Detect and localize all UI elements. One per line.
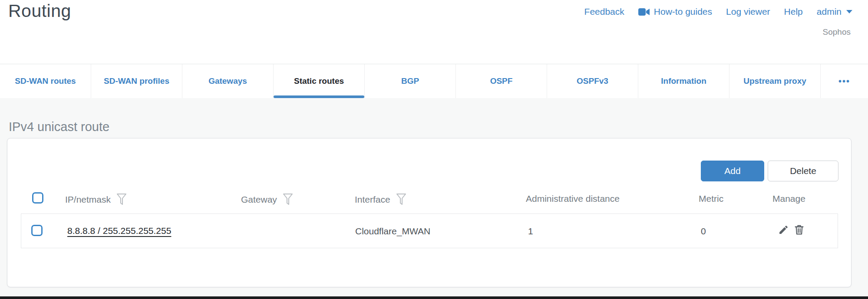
section-title: IPv4 unicast route xyxy=(9,120,109,134)
brand-label: Sophos xyxy=(823,27,851,37)
routing-page: Routing Feedback How-to guides Log viewe… xyxy=(0,0,868,299)
ip-netmask-header-label: IP/netmask xyxy=(65,194,111,205)
edit-route-button[interactable] xyxy=(778,224,789,235)
funnel-icon[interactable] xyxy=(117,194,126,205)
log-viewer-link[interactable]: Log viewer xyxy=(726,7,770,17)
column-header-ip-netmask: IP/netmask xyxy=(65,194,126,205)
tab-ospfv3[interactable]: OSPFv3 xyxy=(547,64,638,98)
funnel-icon[interactable] xyxy=(283,194,293,205)
howto-guides-label: How-to guides xyxy=(654,7,712,17)
tab-information[interactable]: Information xyxy=(638,64,729,98)
distance-header-label: Administrative distance xyxy=(526,194,620,204)
route-distance-value: 1 xyxy=(528,226,533,237)
column-header-metric: Metric xyxy=(699,194,723,204)
bottom-edge-bar xyxy=(0,296,868,299)
tab-sd-wan-routes[interactable]: SD-WAN routes xyxy=(0,64,91,98)
tab-static-routes[interactable]: Static routes xyxy=(274,64,365,98)
funnel-icon[interactable] xyxy=(396,194,406,205)
tab-ospf[interactable]: OSPF xyxy=(456,64,547,98)
pencil-icon xyxy=(778,224,789,235)
delete-button[interactable]: Delete xyxy=(768,161,838,181)
video-camera-icon xyxy=(638,8,650,16)
tab-upstream-proxy[interactable]: Upstream proxy xyxy=(729,64,821,98)
delete-route-button[interactable] xyxy=(794,224,805,235)
column-header-manage: Manage xyxy=(772,194,805,204)
row-actions xyxy=(778,224,805,235)
top-nav: Feedback How-to guides Log viewer Help a… xyxy=(584,7,852,17)
feedback-link[interactable]: Feedback xyxy=(584,7,624,17)
manage-header-label: Manage xyxy=(772,194,805,204)
tab-bar: SD-WAN routes SD-WAN profiles Gateways S… xyxy=(0,64,868,98)
admin-menu[interactable]: admin xyxy=(817,7,852,17)
help-link[interactable]: Help xyxy=(784,7,803,17)
page-title: Routing xyxy=(8,1,71,21)
select-all-checkbox[interactable] xyxy=(32,192,43,204)
tab-overflow-ellipsis-icon[interactable]: ••• xyxy=(821,64,868,98)
caret-down-icon xyxy=(846,10,852,13)
route-interface-value: Cloudflare_MWAN xyxy=(355,226,430,237)
column-header-administrative-distance: Administrative distance xyxy=(526,194,620,204)
interface-header-label: Interface xyxy=(355,194,390,205)
route-ip-link[interactable]: 8.8.8.8 / 255.255.255.255 xyxy=(67,226,171,236)
trash-icon xyxy=(794,224,805,235)
column-header-interface: Interface xyxy=(355,194,406,205)
route-metric-value: 0 xyxy=(701,226,706,237)
column-header-gateway: Gateway xyxy=(241,194,293,205)
help-label: Help xyxy=(784,7,803,17)
gateway-header-label: Gateway xyxy=(241,194,277,205)
add-button[interactable]: Add xyxy=(701,161,764,181)
feedback-label: Feedback xyxy=(584,7,624,17)
row-checkbox[interactable] xyxy=(31,225,43,236)
howto-guides-link[interactable]: How-to guides xyxy=(638,7,712,17)
admin-label: admin xyxy=(817,7,842,17)
tab-gateways[interactable]: Gateways xyxy=(182,64,274,98)
tab-sd-wan-profiles[interactable]: SD-WAN profiles xyxy=(91,64,182,98)
metric-header-label: Metric xyxy=(699,194,723,204)
tab-bgp[interactable]: BGP xyxy=(365,64,456,98)
log-viewer-label: Log viewer xyxy=(726,7,770,17)
